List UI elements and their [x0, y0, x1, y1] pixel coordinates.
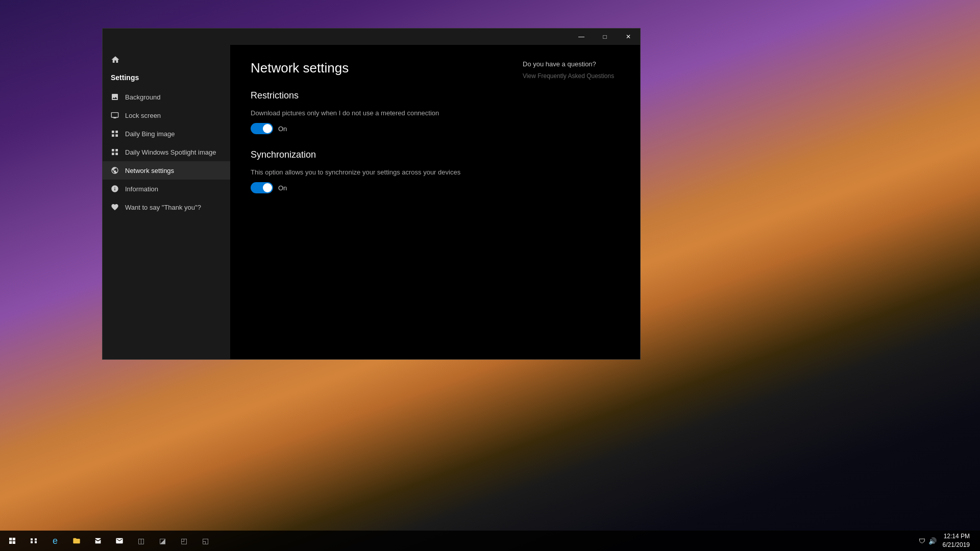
metered-connection-toggle[interactable]: [251, 123, 273, 134]
daily-bing-icon: [111, 130, 119, 138]
background-icon: [111, 93, 119, 101]
sidebar-home-button[interactable]: [103, 50, 230, 69]
sidebar-item-background-label: Background: [125, 93, 160, 101]
taskbar-right: 🛡 🔊 12:14 PM 6/21/2019: [919, 532, 978, 549]
synchronization-title: Synchronization: [251, 149, 620, 160]
sidebar-item-thank-you[interactable]: Want to say "Thank you"?: [103, 198, 230, 216]
sidebar-item-information[interactable]: Information: [103, 180, 230, 198]
synchronization-toggle[interactable]: [251, 182, 273, 193]
taskbar: e ◫ ◪ ◰ ◱ 🛡 🔊 12:14 PM 6/21/2019: [0, 531, 980, 551]
faq-panel: Do you have a question? View Frequently …: [523, 60, 625, 80]
app10-button[interactable]: ◱: [195, 531, 215, 551]
sidebar-item-thank-you-label: Want to say "Thank you"?: [125, 204, 201, 211]
faq-title: Do you have a question?: [523, 60, 625, 68]
main-content: Network settings Restrictions Download p…: [230, 45, 640, 359]
sidebar-item-daily-bing-label: Daily Bing image: [125, 130, 175, 138]
lock-screen-icon: [111, 111, 119, 119]
taskbar-clock[interactable]: 12:14 PM 6/21/2019: [939, 532, 974, 549]
sidebar-item-daily-spotlight[interactable]: Daily Windows Spotlight image: [103, 143, 230, 161]
start-icon: [8, 537, 16, 545]
taskbar-left: e ◫ ◪ ◰ ◱: [2, 531, 215, 551]
file-explorer-button[interactable]: [66, 531, 87, 551]
speaker-tray-icon: 🔊: [928, 537, 937, 545]
shield-tray-icon: 🛡: [919, 537, 925, 545]
toggle-knob-1: [263, 124, 272, 133]
store-icon: [94, 537, 102, 545]
daily-spotlight-icon: [111, 148, 119, 156]
restrictions-desc: Download pictures only when I do not use…: [251, 109, 620, 117]
synchronization-desc: This option allows you to synchronize yo…: [251, 168, 620, 176]
synchronization-section: Synchronization This option allows you t…: [251, 149, 620, 193]
app9-button[interactable]: ◰: [174, 531, 194, 551]
close-button[interactable]: ✕: [617, 29, 640, 45]
home-icon: [111, 55, 120, 64]
synchronization-toggle-label: On: [278, 184, 287, 192]
app-window: — □ ✕ Settings Background: [102, 28, 641, 360]
task-view-icon: [30, 537, 38, 545]
task-view-button[interactable]: [23, 531, 44, 551]
sidebar-settings-title: Settings: [103, 69, 230, 88]
sidebar-item-lock-screen-label: Lock screen: [125, 112, 161, 119]
title-bar: — □ ✕: [103, 29, 640, 45]
sidebar-item-lock-screen[interactable]: Lock screen: [103, 106, 230, 124]
restrictions-section: Restrictions Download pictures only when…: [251, 90, 620, 134]
taskbar-time: 12:14 PM: [943, 532, 970, 541]
sidebar-item-background[interactable]: Background: [103, 88, 230, 106]
start-button[interactable]: [2, 531, 22, 551]
store-button[interactable]: [88, 531, 108, 551]
sidebar: Settings Background Lock screen: [103, 45, 230, 359]
sidebar-item-network-settings[interactable]: Network settings: [103, 161, 230, 180]
sidebar-item-daily-bing[interactable]: Daily Bing image: [103, 124, 230, 143]
app8-button[interactable]: ◪: [152, 531, 173, 551]
metered-connection-toggle-label: On: [278, 125, 287, 133]
restrictions-toggle-row: On: [251, 123, 620, 134]
system-tray-icons: 🛡 🔊: [919, 537, 937, 545]
mail-icon: [115, 537, 124, 545]
sidebar-item-information-label: Information: [125, 185, 158, 193]
maximize-button[interactable]: □: [593, 29, 617, 45]
window-body: Settings Background Lock screen: [103, 45, 640, 359]
synchronization-toggle-row: On: [251, 182, 620, 193]
toggle-knob-2: [263, 183, 272, 192]
information-icon: [111, 185, 119, 193]
network-settings-icon: [111, 166, 119, 174]
taskbar-date: 6/21/2019: [943, 541, 970, 549]
sidebar-item-network-settings-label: Network settings: [125, 167, 174, 174]
restrictions-title: Restrictions: [251, 90, 620, 101]
ie-button[interactable]: e: [45, 531, 65, 551]
minimize-button[interactable]: —: [570, 29, 593, 45]
file-explorer-icon: [72, 537, 81, 545]
app7-button[interactable]: ◫: [131, 531, 151, 551]
faq-link[interactable]: View Frequently Asked Questions: [523, 72, 614, 80]
sidebar-item-daily-spotlight-label: Daily Windows Spotlight image: [125, 148, 216, 156]
mail-button[interactable]: [109, 531, 130, 551]
heart-icon: [111, 203, 119, 211]
